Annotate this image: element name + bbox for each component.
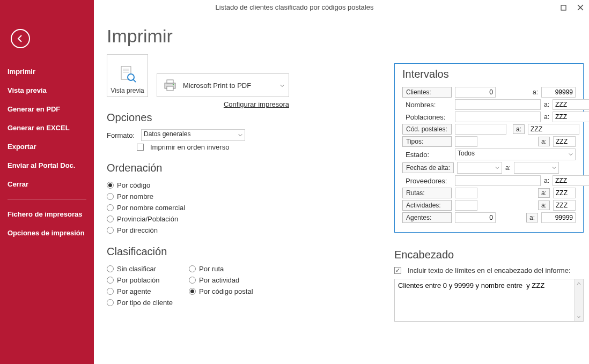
checkbox-checked-icon: [394, 267, 401, 274]
agentes-to-input[interactable]: [541, 212, 576, 223]
scrollbar[interactable]: [574, 279, 583, 321]
ordenacion-option[interactable]: Por nombre comercial: [107, 202, 289, 213]
sidebar-item-generar-excel[interactable]: Generar en EXCEL: [0, 118, 94, 137]
sidebar-item-cerrar[interactable]: Cerrar: [0, 175, 94, 194]
chevron-down-icon: [495, 164, 499, 172]
poblaciones-to-input[interactable]: [553, 112, 589, 122]
sidebar-item-imprimir[interactable]: Imprimir: [0, 62, 94, 81]
radio-icon: [189, 265, 196, 272]
clasificacion-option-label: Por agente: [117, 287, 151, 295]
sidebar-separator: [8, 199, 86, 199]
fecha-from-select[interactable]: [457, 162, 502, 174]
vista-previa-label: Vista previa: [111, 87, 144, 94]
clasificacion-option-label: Por población: [117, 276, 160, 284]
tipos-from-input[interactable]: [455, 136, 477, 147]
radio-icon: [107, 299, 114, 306]
codpostales-to-input[interactable]: [528, 124, 579, 135]
ordenacion-option-label: Por código: [117, 181, 150, 189]
a-button[interactable]: a:: [513, 124, 525, 134]
a-button[interactable]: a:: [526, 213, 538, 222]
encabezado-heading: Encabezado: [394, 249, 584, 261]
clasificacion-option[interactable]: Por población: [107, 274, 173, 286]
svg-line-8: [133, 79, 136, 82]
proveedores-from-input[interactable]: [455, 175, 541, 186]
scroll-down-icon[interactable]: [575, 313, 583, 321]
radio-icon: [107, 193, 114, 200]
rutas-to-input[interactable]: [553, 188, 576, 198]
clasificacion-option[interactable]: Por ruta: [189, 263, 253, 274]
ordenacion-heading: Ordenación: [107, 162, 289, 174]
page-title: Imprimir: [107, 26, 289, 47]
chevron-down-icon: [238, 131, 242, 139]
fechas-button[interactable]: Fechas de alta:: [402, 162, 454, 173]
window-close-icon[interactable]: [572, 0, 589, 15]
actividades-from-input[interactable]: [455, 200, 477, 211]
svg-point-12: [173, 84, 174, 85]
a-button[interactable]: a:: [538, 200, 550, 210]
sidebar-item-fichero-impresoras[interactable]: Fichero de impresoras: [0, 205, 94, 224]
printer-select[interactable]: Microsoft Print to PDF: [157, 73, 289, 97]
back-button[interactable]: [11, 29, 30, 48]
incluir-limites-checkbox[interactable]: Incluir texto de límites en el encabezad…: [394, 266, 584, 274]
actividades-to-input[interactable]: [553, 200, 576, 211]
sidebar-item-generar-pdf[interactable]: Generar en PDF: [0, 100, 94, 118]
configurar-impresora-link[interactable]: Configurar impresora: [224, 100, 289, 108]
a-button[interactable]: a:: [538, 188, 550, 198]
a-button[interactable]: a:: [538, 137, 550, 146]
radio-icon: [107, 182, 114, 189]
vista-previa-button[interactable]: Vista previa: [107, 54, 148, 97]
estado-select[interactable]: Todos: [455, 148, 576, 160]
sidebar: Imprimir Vista previa Generar en PDF Gen…: [0, 0, 94, 364]
tipos-button[interactable]: Tipos:: [402, 136, 452, 147]
chevron-down-icon: [280, 81, 284, 90]
poblaciones-from-input[interactable]: [455, 112, 541, 122]
clasificacion-option[interactable]: Por tipo de cliente: [107, 297, 173, 308]
radio-icon: [107, 265, 114, 272]
sidebar-item-exportar[interactable]: Exportar: [0, 137, 94, 156]
ordenacion-option[interactable]: Por código: [107, 180, 289, 191]
agentes-button[interactable]: Agentes:: [402, 212, 452, 223]
incluir-limites-label: Incluir texto de límites en el encabezad…: [408, 266, 571, 274]
fecha-to-select[interactable]: [514, 162, 559, 174]
formato-label: Formato:: [107, 131, 137, 139]
imprimir-orden-inverso-checkbox[interactable]: Imprimir en orden inverso: [137, 143, 289, 151]
rutas-button[interactable]: Rutas:: [402, 188, 452, 198]
clasificacion-option[interactable]: Por agente: [107, 286, 173, 297]
intervalos-box: Intervalos Clientes:a:Nombres:a:Poblacio…: [394, 63, 584, 233]
proveedores-to-input[interactable]: [553, 175, 589, 186]
sidebar-item-opciones-impresion[interactable]: Opciones de impresión: [0, 224, 94, 242]
ordenacion-option[interactable]: Por dirección: [107, 225, 289, 236]
formato-select[interactable]: Datos generales: [141, 129, 245, 141]
clasificacion-option[interactable]: Por actividad: [189, 274, 253, 286]
ordenacion-option[interactable]: Por nombre: [107, 191, 289, 202]
clasificacion-option[interactable]: Sin clasificar: [107, 263, 173, 274]
checkbox-icon: [137, 144, 144, 151]
codpostales-from-input[interactable]: [455, 124, 506, 135]
agentes-from-input[interactable]: [455, 212, 496, 223]
radio-icon: [107, 277, 114, 284]
radio-icon: [189, 288, 196, 295]
clientes-to-input[interactable]: [541, 87, 576, 98]
scroll-up-icon[interactable]: [575, 279, 583, 288]
radio-icon: [189, 277, 196, 284]
clientes-from-input[interactable]: [455, 87, 496, 98]
document-magnifier-icon: [117, 64, 138, 86]
rutas-from-input[interactable]: [455, 188, 477, 198]
nombres-from-input[interactable]: [455, 99, 541, 110]
nombres-to-input[interactable]: [553, 99, 589, 110]
encabezado-textarea[interactable]: [395, 279, 573, 321]
codpostales-button[interactable]: Cód. postales:: [402, 124, 452, 135]
tipos-to-input[interactable]: [553, 136, 576, 147]
nombres-label: Nombres:: [402, 100, 452, 110]
sidebar-item-vista-previa[interactable]: Vista previa: [0, 81, 94, 100]
clientes-button[interactable]: Clientes:: [402, 87, 452, 98]
sidebar-item-enviar-portal[interactable]: Enviar al Portal Doc.: [0, 156, 94, 175]
ordenacion-option-label: Por nombre: [117, 192, 153, 200]
actividades-button[interactable]: Actividades:: [402, 200, 452, 211]
estado-label: Estado:: [402, 150, 452, 160]
window-maximize-icon[interactable]: [555, 0, 572, 15]
clasificacion-option[interactable]: Por código postal: [189, 286, 253, 297]
svg-rect-11: [167, 86, 173, 91]
ordenacion-option[interactable]: Provincia/Población: [107, 213, 289, 225]
a-label: a:: [533, 88, 538, 96]
